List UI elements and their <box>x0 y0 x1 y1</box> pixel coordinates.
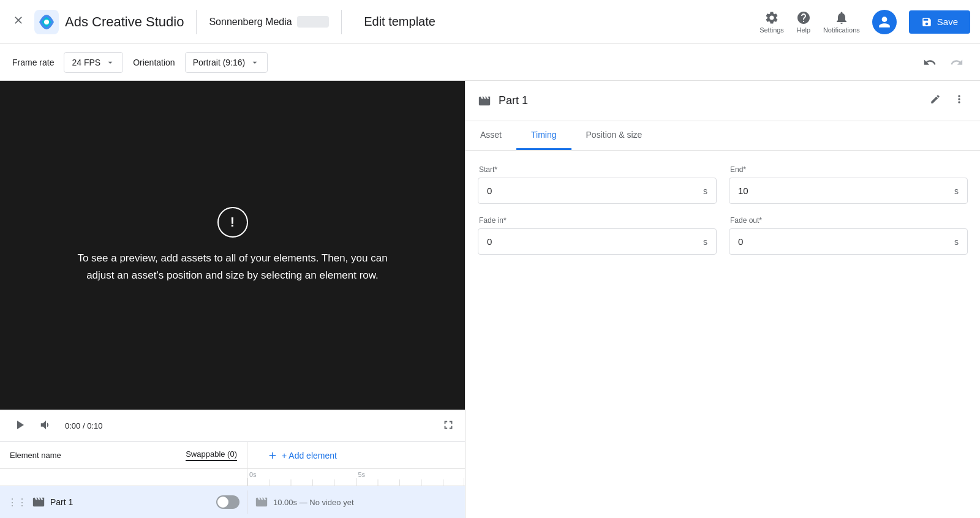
start-label: Start* <box>478 165 717 174</box>
fade-in-unit: s <box>703 237 707 247</box>
orientation-label: Orientation <box>133 58 175 67</box>
fade-in-label: Fade in* <box>478 216 717 225</box>
toolbar-actions <box>919 51 968 73</box>
small-ticks <box>247 469 465 486</box>
start-input[interactable] <box>487 186 701 196</box>
fade-out-input[interactable] <box>738 236 952 247</box>
fade-out-unit: s <box>954 237 959 247</box>
right-panel: Part 1 Asset Timing Position & size <box>466 81 980 518</box>
notifications-button[interactable]: Notifications <box>823 10 860 34</box>
frame-rate-label: Frame rate <box>12 58 54 67</box>
video-message: To see a preview, add assets to all of y… <box>67 250 398 283</box>
end-input-wrap: s <box>729 178 968 204</box>
toolbar: Frame rate 24 FPS Orientation Portrait (… <box>0 44 980 81</box>
element-toggle[interactable] <box>216 495 239 509</box>
save-label: Save <box>937 17 958 27</box>
element-left: ⋮⋮ Part 1 <box>0 490 247 514</box>
orientation-dropdown-icon <box>250 58 260 67</box>
tab-timing[interactable]: Timing <box>516 121 571 150</box>
save-button[interactable]: Save <box>909 10 970 34</box>
video-area: ! To see a preview, add assets to all of… <box>0 81 465 410</box>
settings-label: Settings <box>760 26 784 34</box>
logo-area: Ads Creative Studio <box>34 10 184 34</box>
drag-handle[interactable]: ⋮⋮ <box>7 497 27 508</box>
panel-tabs: Asset Timing Position & size <box>466 121 980 151</box>
fade-out-label: Fade out* <box>729 216 968 225</box>
fade-in-input-wrap: s <box>478 228 717 255</box>
add-element-button[interactable]: + Add element <box>257 445 347 466</box>
timeline-element-info: 10.00s — No video yet <box>273 498 354 507</box>
avatar-button[interactable] <box>872 10 897 34</box>
start-field: Start* s <box>478 165 717 204</box>
account-area: Sonnenberg Media <box>209 16 329 28</box>
video-warning: ! To see a preview, add assets to all of… <box>55 195 410 295</box>
timeline-ruler: 0s 5s 10s <box>0 469 465 486</box>
account-chip <box>297 16 330 28</box>
fade-out-field: Fade out* s <box>729 216 968 255</box>
fade-out-input-wrap: s <box>729 228 968 255</box>
edit-title-button[interactable] <box>927 91 943 110</box>
element-name: Part 1 <box>50 497 211 507</box>
fade-in-input[interactable] <box>487 236 701 247</box>
left-panel: ! To see a preview, add assets to all of… <box>0 81 466 518</box>
panel-title: Part 1 <box>499 94 920 107</box>
tab-asset[interactable]: Asset <box>466 121 516 150</box>
fade-in-field: Fade in* s <box>478 216 717 255</box>
redo-button[interactable] <box>946 51 968 73</box>
start-unit: s <box>703 186 707 196</box>
close-button[interactable] <box>10 12 27 32</box>
end-field: End* s <box>729 165 968 204</box>
panel-part-icon <box>478 94 491 108</box>
more-options-button[interactable] <box>951 91 968 111</box>
top-header: Ads Creative Studio Sonnenberg Media Edi… <box>0 0 980 44</box>
tab-position-size[interactable]: Position & size <box>571 121 657 150</box>
help-label: Help <box>797 26 811 34</box>
account-name: Sonnenberg Media <box>209 17 292 28</box>
element-type-icon <box>32 495 45 509</box>
time-display: 0:00 / 0:10 <box>65 421 102 430</box>
small-ticks-svg <box>247 479 465 486</box>
notifications-label: Notifications <box>823 26 860 34</box>
undo-button[interactable] <box>919 51 941 73</box>
video-controls: 0:00 / 0:10 <box>0 410 465 441</box>
timeline-video-icon <box>255 495 268 509</box>
frame-rate-value: 24 FPS <box>72 58 100 67</box>
volume-button[interactable] <box>37 416 55 436</box>
frame-rate-select[interactable]: 24 FPS <box>64 52 123 73</box>
warning-icon: ! <box>217 207 248 238</box>
orientation-select[interactable]: Portrait (9:16) <box>185 52 268 73</box>
fullscreen-button[interactable] <box>442 418 455 434</box>
timeline: Element name Swappable (0) + Add element… <box>0 441 465 518</box>
header-divider-2 <box>341 10 342 34</box>
element-row: ⋮⋮ Part 1 10.00s — No video yet <box>0 486 465 518</box>
edit-template-label: Edit template <box>364 15 435 29</box>
orientation-value: Portrait (9:16) <box>193 58 246 67</box>
swappable-col-header: Swappable (0) <box>186 449 237 461</box>
end-unit: s <box>954 186 959 196</box>
start-input-wrap: s <box>478 178 717 204</box>
app-logo-icon <box>34 10 59 34</box>
main-layout: ! To see a preview, add assets to all of… <box>0 81 980 518</box>
frame-rate-dropdown-icon <box>105 58 115 67</box>
toggle-thumb <box>217 497 228 508</box>
app-title: Ads Creative Studio <box>65 14 184 30</box>
element-name-col-header: Element name <box>10 451 149 460</box>
ruler-right: 0s 5s 10s <box>247 469 465 486</box>
element-timeline-info: 10.00s — No video yet <box>247 495 465 509</box>
add-element-label: + Add element <box>282 451 337 460</box>
settings-button[interactable]: Settings <box>760 10 784 34</box>
col-left-header: Element name Swappable (0) <box>0 442 247 468</box>
svg-point-1 <box>44 20 49 24</box>
help-button[interactable]: Help <box>796 10 811 34</box>
panel-header: Part 1 <box>466 81 980 121</box>
play-button[interactable] <box>10 415 29 437</box>
header-divider <box>196 10 197 34</box>
end-input[interactable] <box>738 186 952 196</box>
column-headers: Element name Swappable (0) + Add element <box>0 442 465 469</box>
end-label: End* <box>729 165 968 174</box>
header-actions: Settings Help Notifications Save <box>760 10 970 34</box>
ruler-spacer <box>0 469 247 486</box>
timing-form: Start* s End* s Fade in* s <box>466 151 980 269</box>
